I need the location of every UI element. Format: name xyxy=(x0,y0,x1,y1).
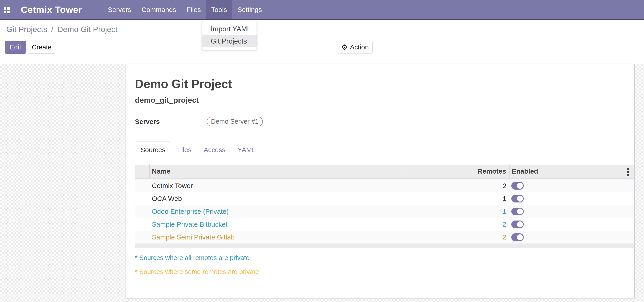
remotes-count: 2 xyxy=(402,182,510,190)
toggle-knob xyxy=(517,234,523,240)
remotes-count: 1 xyxy=(402,208,510,215)
record-reference: demo_git_project xyxy=(135,96,633,104)
legend-some-private-note: * Sources where some remotes are private xyxy=(135,268,633,276)
enabled-toggle[interactable] xyxy=(511,208,524,215)
table-legend: * Sources where all remotes are private … xyxy=(135,254,633,276)
menu-item-import-yaml[interactable]: Import YAML xyxy=(202,23,256,35)
server-tag[interactable]: Demo Server #1 xyxy=(207,117,263,126)
breadcrumb-current: Demo Git Project xyxy=(57,25,117,34)
sources-table-body: Cetmix Tower 2 OCA Web 1 Odoo Enterprise… xyxy=(135,180,634,244)
nav-item-commands[interactable]: Commands xyxy=(136,0,181,20)
remotes-count: 2 xyxy=(402,234,510,241)
toggle-knob xyxy=(517,208,523,214)
enabled-column-header[interactable]: Enabled xyxy=(510,164,634,179)
toggle-knob xyxy=(517,183,523,189)
enabled-toggle[interactable] xyxy=(511,220,524,228)
source-name[interactable]: Sample Semi Private Gitlab xyxy=(150,234,402,241)
enabled-cell xyxy=(510,182,634,190)
nav-item-files[interactable]: Files xyxy=(182,0,206,20)
apps-grid-icon[interactable] xyxy=(4,7,10,13)
remotes-count: 2 xyxy=(402,220,510,228)
table-row[interactable]: Sample Private Bitbucket 2 xyxy=(135,218,634,231)
table-row[interactable]: Odoo Enterprise (Private) 1 xyxy=(135,205,634,218)
breadcrumb-parent-link[interactable]: Git Projects xyxy=(6,25,47,34)
enabled-cell xyxy=(510,208,634,215)
source-name[interactable]: Sample Private Bitbucket xyxy=(150,220,402,228)
enabled-cell xyxy=(510,220,634,228)
create-button[interactable]: Create xyxy=(28,41,55,54)
source-name[interactable]: Cetmix Tower xyxy=(150,182,402,190)
action-button[interactable]: ⚙ Action xyxy=(338,41,372,54)
field-separator xyxy=(202,116,202,131)
optional-columns-kebab-icon[interactable] xyxy=(624,168,631,176)
toggle-knob xyxy=(517,196,523,202)
table-footer-strip xyxy=(135,244,634,248)
enabled-toggle[interactable] xyxy=(511,234,524,241)
menu-item-git-projects[interactable]: Git Projects xyxy=(202,35,256,48)
remotes-column-header[interactable]: Remotes xyxy=(402,164,510,179)
tab-sources[interactable]: Sources xyxy=(135,142,171,158)
table-row[interactable]: Sample Semi Private Gitlab 2 xyxy=(135,231,634,244)
servers-field-row: Servers Demo Server #1 xyxy=(135,116,633,131)
enabled-cell xyxy=(510,195,634,202)
sources-table-header: Name Remotes Enabled xyxy=(135,165,634,180)
control-panel: Git Projects / Demo Git Project Edit Cre… xyxy=(0,20,644,64)
gear-icon: ⚙ xyxy=(342,44,348,51)
brand-title[interactable]: Cetmix Tower xyxy=(21,0,82,20)
legend-all-private-note: * Sources where all remotes are private xyxy=(135,254,633,262)
enabled-toggle[interactable] xyxy=(511,182,524,190)
edit-button[interactable]: Edit xyxy=(5,41,26,54)
page-title: Demo Git Project xyxy=(135,77,633,91)
source-name[interactable]: Odoo Enterprise (Private) xyxy=(150,208,402,215)
tab-files[interactable]: Files xyxy=(171,142,198,158)
remotes-count: 1 xyxy=(402,195,510,202)
name-column-header[interactable]: Name xyxy=(150,164,402,179)
breadcrumb-separator: / xyxy=(50,25,55,34)
nav-item-servers[interactable]: Servers xyxy=(103,0,136,20)
enabled-toggle[interactable] xyxy=(511,195,524,202)
table-row[interactable]: OCA Web 1 xyxy=(135,192,634,205)
content-background: Demo Git Project demo_git_project Server… xyxy=(0,64,644,302)
toggle-knob xyxy=(517,222,523,227)
sources-table: Name Remotes Enabled Cetmix Tower 2 OCA … xyxy=(135,165,634,248)
enabled-cell xyxy=(510,234,634,241)
tools-dropdown-menu: Import YAML Git Projects xyxy=(202,21,257,50)
notebook-tabs: Sources Files Access YAML xyxy=(135,142,633,158)
source-name[interactable]: OCA Web xyxy=(150,195,402,202)
breadcrumb: Git Projects / Demo Git Project xyxy=(6,25,118,34)
tab-access[interactable]: Access xyxy=(198,142,232,158)
nav-item-tools[interactable]: Tools xyxy=(206,0,232,20)
servers-field-label: Servers xyxy=(135,116,202,126)
handle-column-header xyxy=(135,164,150,179)
record-sheet: Demo Git Project demo_git_project Server… xyxy=(126,64,634,298)
navbar-menu: Servers Commands Files Tools Settings xyxy=(103,0,267,20)
nav-item-settings[interactable]: Settings xyxy=(232,0,267,20)
top-navbar: Cetmix Tower Servers Commands Files Tool… xyxy=(0,0,644,20)
action-button-label: Action xyxy=(350,43,369,51)
tab-yaml[interactable]: YAML xyxy=(232,142,262,158)
table-row[interactable]: Cetmix Tower 2 xyxy=(135,180,634,192)
